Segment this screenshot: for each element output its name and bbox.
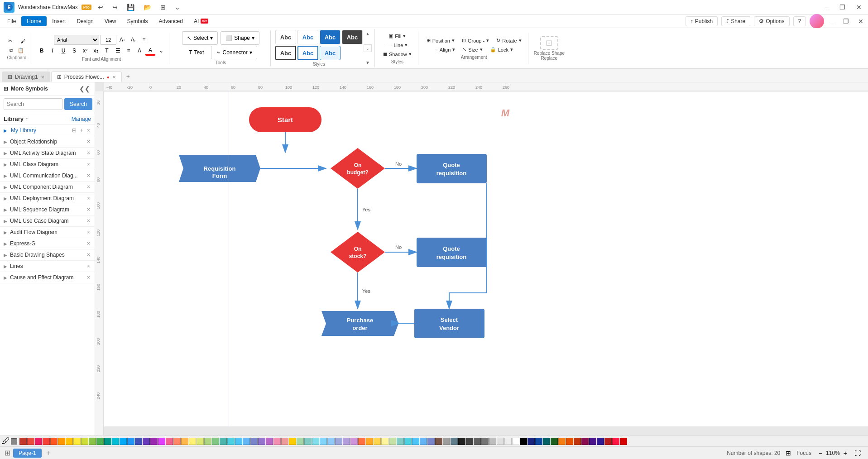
new-page-btn[interactable]: +: [43, 449, 53, 457]
lib-close-btn[interactable]: ×: [86, 263, 91, 269]
my-library-close-btn[interactable]: ×: [86, 127, 91, 134]
color-swatch[interactable]: [66, 438, 73, 445]
color-swatch[interactable]: [212, 438, 219, 445]
color-swatch[interactable]: [366, 438, 373, 445]
color-swatch[interactable]: [574, 438, 581, 445]
color-swatch[interactable]: [427, 438, 435, 445]
lib-close-btn[interactable]: ×: [86, 206, 91, 213]
save-local-btn[interactable]: 💾: [124, 3, 137, 12]
lib-item-cause-effect[interactable]: ▶ Cause and Effect Diagram ×: [0, 272, 95, 283]
format-painter-btn[interactable]: 🖌: [17, 37, 29, 46]
menu-symbols[interactable]: Symbols: [122, 16, 153, 26]
styles-expand-btn[interactable]: ⌄: [364, 44, 372, 52]
strikethrough-btn[interactable]: S: [69, 46, 79, 56]
style-swatch-7[interactable]: Abc: [320, 46, 340, 60]
color-swatch[interactable]: [96, 438, 104, 445]
lib-close-btn[interactable]: ×: [86, 139, 91, 145]
tab-process-flow[interactable]: ⊞ Process Flowc... ● ✕: [51, 72, 122, 82]
align-btn[interactable]: ≡: [139, 35, 149, 45]
color-swatch[interactable]: [381, 438, 388, 445]
underline-btn[interactable]: U: [58, 46, 68, 56]
my-library-item[interactable]: ▶ My Library ⊟ + ×: [0, 125, 95, 136]
color-swatch[interactable]: [350, 438, 358, 445]
style-swatch-4[interactable]: Abc: [342, 30, 363, 44]
color-swatch[interactable]: [604, 438, 612, 445]
publish-btn[interactable]: ↑ Publish: [686, 16, 718, 26]
color-swatch[interactable]: [528, 438, 535, 445]
tab-drawing1-close[interactable]: ✕: [41, 75, 44, 80]
color-swatch[interactable]: [266, 438, 273, 445]
color-swatch[interactable]: [312, 438, 319, 445]
style-swatch-1[interactable]: Abc: [275, 30, 296, 44]
req-form-shape[interactable]: Requisition Form: [179, 155, 260, 182]
color-swatch[interactable]: [19, 438, 27, 445]
color-swatch[interactable]: [158, 438, 165, 445]
restore-btn[interactable]: ❐: [837, 3, 848, 12]
redo-btn[interactable]: ↪: [110, 3, 120, 12]
color-swatch[interactable]: [404, 438, 412, 445]
lib-item-uml-deployment[interactable]: ▶ UML Deployment Diagram ×: [0, 193, 95, 204]
rotate-btn[interactable]: ↻ Rotate ▾: [494, 37, 524, 44]
zoom-in-btn[interactable]: +: [842, 449, 849, 458]
color-swatch[interactable]: [412, 438, 419, 445]
tab-process-close[interactable]: ✕: [112, 75, 116, 80]
color-swatch[interactable]: [258, 438, 265, 445]
size-btn[interactable]: ⤡ Size ▾: [460, 46, 485, 53]
align-btn[interactable]: ≡ Align ▾: [432, 46, 458, 53]
menu-advanced[interactable]: Advanced: [153, 16, 188, 26]
canvas-area[interactable]: // Rendered via SVG text below -40 -20 0…: [95, 82, 868, 435]
color-swatch[interactable]: [397, 438, 404, 445]
menu-home[interactable]: Home: [21, 16, 47, 26]
color-swatch[interactable]: [504, 438, 512, 445]
my-library-export-btn[interactable]: ⊟: [71, 127, 77, 134]
color-swatch[interactable]: [289, 438, 296, 445]
color-swatch[interactable]: [135, 438, 142, 445]
tab-drawing1[interactable]: ⊞ Drawing1 ✕: [2, 72, 50, 82]
fullscreen-btn[interactable]: ⛶: [854, 449, 861, 457]
template-btn[interactable]: ⊞: [158, 3, 168, 12]
lib-close-btn[interactable]: ×: [86, 240, 91, 247]
select-btn[interactable]: ↖ Select ▾: [182, 31, 218, 45]
options-btn[interactable]: ⚙ Options: [754, 16, 789, 26]
help-btn[interactable]: ?: [793, 16, 806, 26]
color-swatch[interactable]: [43, 438, 50, 445]
decrease-font-btn[interactable]: A-: [128, 35, 138, 45]
color-swatch[interactable]: [297, 438, 304, 445]
font-bg-btn[interactable]: A: [134, 46, 144, 56]
search-button[interactable]: Search: [64, 98, 92, 110]
bold-btn[interactable]: B: [37, 46, 47, 56]
color-swatch[interactable]: [558, 438, 566, 445]
color-swatch[interactable]: [443, 438, 450, 445]
lib-item-lines[interactable]: ▶ Lines ×: [0, 261, 95, 272]
color-swatch[interactable]: [166, 438, 173, 445]
style-swatch-3[interactable]: Abc: [320, 30, 340, 44]
restore-btn2[interactable]: ❐: [840, 17, 852, 26]
bullet-btn[interactable]: ☰: [113, 46, 123, 56]
quote-req1-shape[interactable]: [417, 154, 487, 183]
lib-close-btn[interactable]: ×: [86, 252, 91, 258]
menu-insert[interactable]: Insert: [47, 16, 71, 26]
color-swatch[interactable]: [320, 438, 327, 445]
lib-close-btn[interactable]: ×: [86, 195, 91, 201]
color-swatch[interactable]: [551, 438, 558, 445]
manage-link[interactable]: Manage: [72, 116, 91, 122]
lock-btn[interactable]: 🔒 Lock ▾: [487, 46, 516, 53]
stock-shape[interactable]: [331, 232, 385, 273]
share-btn[interactable]: ⤴ Share: [721, 16, 750, 26]
shape-btn[interactable]: ⬜ Shape ▾: [221, 31, 259, 45]
color-swatch[interactable]: [620, 438, 627, 445]
italic-btn[interactable]: I: [48, 46, 58, 56]
style-swatch-6[interactable]: Abc: [297, 46, 318, 60]
expand-font-btn[interactable]: ⌄: [156, 46, 166, 56]
color-swatch[interactable]: [89, 438, 96, 445]
text-btn[interactable]: T Text: [184, 46, 208, 59]
color-swatch[interactable]: [27, 438, 34, 445]
color-swatch[interactable]: [120, 438, 127, 445]
color-swatch[interactable]: [520, 438, 527, 445]
color-swatch[interactable]: [343, 438, 350, 445]
color-swatch[interactable]: [589, 438, 596, 445]
undo-btn[interactable]: ↩: [95, 3, 106, 12]
fit-icon-btn[interactable]: ⊞: [786, 449, 791, 457]
font-size-input[interactable]: [100, 35, 116, 45]
add-page-btn[interactable]: ⊞: [2, 449, 13, 457]
